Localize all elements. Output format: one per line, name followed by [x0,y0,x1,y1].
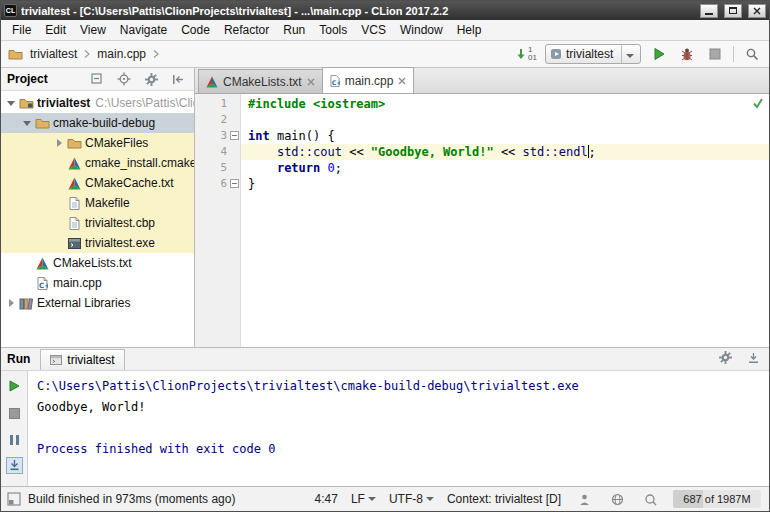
menu-file[interactable]: File [5,21,38,39]
tree-item-makefile[interactable]: Makefile [1,193,194,213]
scroll-to-end-icon [8,459,21,472]
operator: << [342,145,371,159]
inspection-status-ok[interactable] [752,97,764,109]
minimize-button[interactable] [700,4,718,18]
tab-main-cpp[interactable]: C+ main.cpp [322,67,415,93]
code-text-segment: } [248,177,255,191]
tab-close-icon[interactable] [398,77,406,85]
menu-refactor[interactable]: Refactor [217,21,276,39]
toolbar-separator [733,46,734,62]
web-status-button[interactable] [607,489,627,509]
encoding-widget[interactable]: UTF-8 [389,492,434,506]
identifier: std::endl [523,145,588,159]
stop-button[interactable] [705,44,725,64]
libraries-icon [17,297,35,310]
expander-collapse-icon[interactable] [21,117,33,129]
event-log-balloon-icon [644,493,657,506]
close-button[interactable] [748,4,766,18]
tree-item-cmakelists[interactable]: CMakeLists.txt [1,253,194,273]
menu-view[interactable]: View [73,21,113,39]
breadcrumb-project[interactable]: trivialtest [28,46,79,62]
folder-icon [65,137,83,149]
vcs-incoming-badge[interactable]: 1 01 [516,46,537,62]
tree-item-main-cpp[interactable]: C+ main.cpp [1,273,194,293]
app-config-icon [550,48,562,60]
menu-navigate[interactable]: Navigate [113,21,174,39]
code-text[interactable]: #include <iostream> int main() { std::co… [241,94,769,347]
panel-settings-button[interactable] [141,69,161,89]
tree-item-cmake-build-debug[interactable]: cmake-build-debug [1,113,194,133]
event-log-button[interactable] [640,489,660,509]
code-editor[interactable]: 1 2 3 4 5 6 #include <iostream> int main… [195,94,769,347]
expander-expand-icon[interactable] [53,137,65,149]
collapse-all-button[interactable] [87,69,107,89]
fold-marker-icon[interactable] [230,131,239,140]
menu-tools[interactable]: Tools [312,21,354,39]
minimize-icon [705,13,713,15]
menu-vcs[interactable]: VCS [354,21,393,39]
collapse-all-icon [91,73,103,85]
debug-button[interactable] [677,44,697,64]
menu-window[interactable]: Window [393,21,450,39]
menu-edit[interactable]: Edit [38,21,73,39]
breadcrumb-file[interactable]: main.cpp [95,46,148,62]
tree-item-cmakecache[interactable]: CMakeCache.txt [1,173,194,193]
hector-inspections-button[interactable] [574,489,594,509]
menu-help[interactable]: Help [450,21,489,39]
line-number: 2 [195,112,240,128]
tab-close-icon[interactable] [307,78,315,86]
green-check-icon [752,97,764,109]
scroll-to-end-toggle[interactable] [6,457,23,474]
code-line-6: } [241,176,769,192]
run-button[interactable] [649,44,669,64]
run-configuration-select[interactable]: trivialtest [545,44,641,64]
tree-item-external-libraries[interactable]: External Libraries [1,293,194,313]
scroll-from-source-button[interactable] [114,69,134,89]
search-icon [745,47,759,61]
tab-cmakelists[interactable]: CMakeLists.txt [198,69,323,93]
expander-collapse-icon[interactable] [5,97,17,109]
hide-run-panel-button[interactable] [743,347,763,367]
dropdown-caret-icon [368,497,376,501]
expander-expand-icon[interactable] [5,297,17,309]
line-separator-widget[interactable]: LF [351,492,376,506]
fold-marker-icon[interactable] [230,179,239,188]
svg-text:C+: C+ [332,78,340,85]
rerun-button[interactable] [4,376,24,396]
maximize-button[interactable] [724,4,742,18]
cmake-file-icon [65,157,83,170]
svg-text:C+: C+ [39,281,48,289]
run-console[interactable]: C:\Users\Pattis\ClionProjects\trivialtes… [28,371,769,486]
badge-count-bottom: 01 [528,54,537,62]
run-panel-title: Run [7,352,30,370]
tree-item-label: trivialtest [35,96,90,110]
code-line-4: std::cout << "Goodbye, World!" << std::e… [241,144,769,160]
pause-output-button[interactable] [4,430,24,450]
tree-item-cmakefiles[interactable]: CMakeFiles [1,133,194,153]
stop-process-button[interactable] [4,403,24,423]
caret-position-widget[interactable]: 4:47 [315,492,338,506]
tree-item-cbp[interactable]: trivialtest.cbp [1,213,194,233]
indent [248,145,277,159]
search-everywhere-button[interactable] [742,44,762,64]
tree-item-cmake-install[interactable]: cmake_install.cmake [1,153,194,173]
tree-item-project-root[interactable]: trivialtest C:\Users\Pattis\Clio [1,93,194,113]
project-folder-icon [17,97,35,109]
line-number: 1 [195,96,240,112]
tree-item-label: External Libraries [35,296,130,310]
tree-item-exe[interactable]: trivialtest.exe [1,233,194,253]
memory-indicator[interactable]: 687 of 1987M [673,490,761,508]
tree-item-label: trivialtest.exe [83,236,155,250]
run-configuration-label: trivialtest [566,47,617,61]
run-settings-button[interactable] [715,347,735,367]
code-line-5: return 0; [241,160,769,176]
hide-panel-button[interactable] [168,69,188,89]
menu-code[interactable]: Code [174,21,217,39]
debug-bug-icon [680,47,694,61]
menu-run[interactable]: Run [276,21,312,39]
crosshair-icon [117,72,131,86]
toolwindow-switcher-icon[interactable] [7,492,21,506]
menu-bar: File Edit View Navigate Code Refactor Ru… [1,20,769,41]
context-widget[interactable]: Context: trivialtest [D] [447,492,561,506]
run-tab-trivialtest[interactable]: trivialtest [40,349,124,370]
